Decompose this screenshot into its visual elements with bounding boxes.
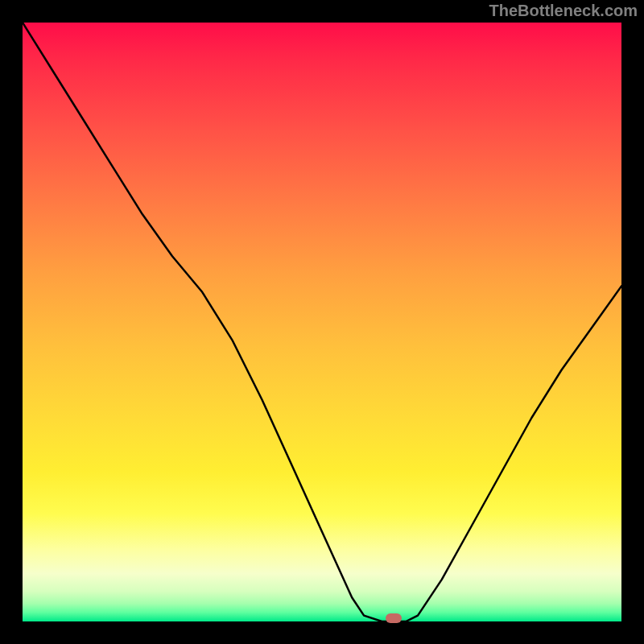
bottleneck-curve-line [23, 23, 621, 621]
watermark-text: TheBottleneck.com [489, 2, 638, 20]
plot-area [23, 23, 621, 621]
optimal-marker [386, 613, 402, 623]
curve-svg [23, 23, 621, 621]
chart-frame: TheBottleneck.com [0, 0, 644, 644]
